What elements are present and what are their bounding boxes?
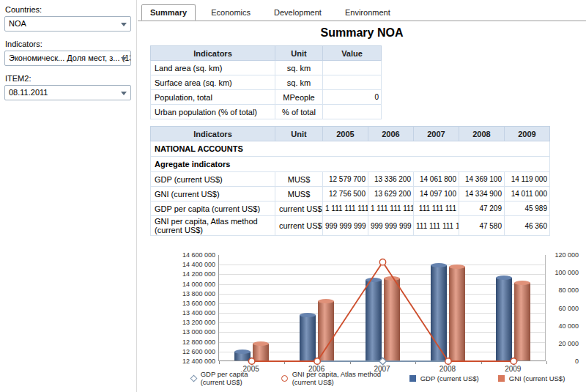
sidebar: Countries: NOA Indicators: Экономическ..… <box>0 0 137 392</box>
value-table: Indicators Unit Value Land area (sq. km)… <box>150 45 382 119</box>
chevron-down-icon <box>121 92 127 95</box>
col-header-2005: 2005 <box>323 127 368 141</box>
value-cell: 14 061 800 <box>414 172 459 187</box>
value-cell: 13 336 200 <box>368 172 414 187</box>
y-axis-label-left: 13 400 000 <box>176 309 215 317</box>
countries-dropdown-value: NOA <box>9 19 26 28</box>
indicator-cell: GDP (current US$) <box>151 172 275 187</box>
unit-cell: current US$ <box>275 216 323 236</box>
y-axis-label-left: 14 600 000 <box>176 251 215 259</box>
countries-label: Countries: <box>5 5 132 14</box>
y-axis-label-left: 13 600 000 <box>176 300 215 307</box>
section-row-agregate-indicators: Agregate indicators <box>151 157 550 172</box>
legend-item-gni: GNI (current US$) <box>498 374 565 382</box>
col-header-indicators: Indicators <box>151 46 275 61</box>
page-title: Summary NOA <box>138 26 586 40</box>
table-row: Urban population (% of total) % of total <box>151 105 382 119</box>
y-axis-label-right: 0 <box>549 358 579 365</box>
legend-item-gdp: GDP (current US$) <box>409 374 479 382</box>
chevron-down-icon <box>121 23 127 26</box>
tab-environment[interactable]: Environment <box>337 5 398 20</box>
y-axis-label-left: 14 000 000 <box>176 281 215 288</box>
unit-cell: MUS$ <box>275 172 323 187</box>
diamond-marker-icon <box>190 374 197 382</box>
value-cell: 47 209 <box>459 201 505 216</box>
x-axis-tick <box>546 361 547 364</box>
value-cell: 14 334 900 <box>459 187 505 201</box>
col-header-value: Value <box>323 46 382 61</box>
square-marker-icon <box>498 375 505 382</box>
table-row: Surface area (sq. km) sq. km <box>151 75 382 90</box>
value-cell: 13 629 200 <box>368 187 414 201</box>
item2-dropdown[interactable]: 08.11.2011 <box>4 85 131 100</box>
value-cell: 14 369 100 <box>459 172 505 187</box>
col-header-2008: 2008 <box>459 127 505 141</box>
chart-lines <box>219 255 546 361</box>
value-cell: 0 <box>323 90 382 105</box>
y-axis-label-left: 13 000 000 <box>176 328 215 336</box>
circle-marker-icon <box>281 375 288 382</box>
table-row: GNI per capita, Atlas method (current US… <box>151 216 550 236</box>
y-axis-label-left: 13 200 000 <box>176 319 215 326</box>
col-header-2009: 2009 <box>505 127 550 141</box>
indicator-cell: Surface area (sq. km) <box>151 75 275 90</box>
x-axis-tick <box>219 361 220 364</box>
legend-item-gdp-per-capita: GDP per capita (current US$) <box>191 370 262 387</box>
value-table-header-row: Indicators Unit Value <box>151 46 382 61</box>
section-row-national-accounts: NATIONAL ACCOUNTS <box>151 141 550 157</box>
y-axis-label-right: 100 000 <box>549 269 579 276</box>
unit-cell: % of total <box>275 105 323 119</box>
y-axis-label-right: 80 000 <box>549 286 579 294</box>
y-axis-label-left: 12 800 000 <box>176 339 215 346</box>
legend-label: GDP (current US$) <box>420 374 479 382</box>
value-cell: 111 111 111 1 <box>414 216 459 236</box>
col-header-indicators: Indicators <box>151 127 275 141</box>
indicator-cell: Urban population (% of total) <box>151 105 275 119</box>
indicators-dropdown[interactable]: Экономическ... Доля мест, з... (1374) <box>4 51 131 66</box>
value-cell: 14 011 000 <box>505 187 550 201</box>
legend-label: GNI per capita, Atlas method (current US… <box>292 370 390 387</box>
value-cell: 45 989 <box>505 201 550 216</box>
countries-dropdown[interactable]: NOA <box>4 16 131 32</box>
col-header-2006: 2006 <box>368 127 414 141</box>
col-header-unit: Unit <box>275 46 323 61</box>
table-row: GDP per capita (current US$) current US$… <box>151 201 550 216</box>
indicator-cell: Land area (sq. km) <box>151 61 275 75</box>
legend-label: GDP per capita (current US$) <box>201 370 262 387</box>
value-cell: 14 119 000 <box>505 172 550 187</box>
chart: 14 600 00014 400 00014 200 00014 000 000… <box>176 251 580 374</box>
table-row: Population, total MPeople 0 <box>151 90 382 105</box>
y-axis-label-right: 60 000 <box>549 305 579 312</box>
table-row: GNI (current US$) MUS$ 12 756 500 13 629… <box>151 187 550 201</box>
value-cell: 12 756 500 <box>323 187 368 201</box>
legend-label: GNI (current US$) <box>509 374 565 382</box>
unit-cell: current US$ <box>275 201 323 216</box>
tab-economics[interactable]: Economics <box>203 5 259 20</box>
y-axis-label-left: 13 800 000 <box>176 290 215 297</box>
item2-dropdown-value: 08.11.2011 <box>9 88 48 97</box>
y-axis-label-right: 120 000 <box>549 251 579 259</box>
value-cell: 1 111 111 111 <box>368 201 414 216</box>
years-table: Indicators Unit 2005 2006 2007 2008 2009… <box>150 126 550 236</box>
unit-cell: sq. km <box>275 61 323 75</box>
value-cell: 47 580 <box>459 216 505 236</box>
y-axis-label-left: 12 600 000 <box>176 348 215 355</box>
tab-development[interactable]: Development <box>266 5 330 20</box>
tab-summary[interactable]: Summary <box>141 4 196 21</box>
section-label: Agregate indicators <box>151 157 550 172</box>
y-axis-label-left: 12 400 000 <box>176 358 215 365</box>
indicator-cell: GNI per capita, Atlas method (current US… <box>151 216 275 236</box>
value-cell: 14 097 100 <box>414 187 459 201</box>
col-header-2007: 2007 <box>414 127 459 141</box>
section-label: NATIONAL ACCOUNTS <box>151 141 550 157</box>
table-row: Land area (sq. km) sq. km <box>151 61 382 75</box>
value-cell <box>323 75 382 90</box>
unit-cell: MPeople <box>275 90 323 105</box>
col-header-unit: Unit <box>275 127 323 141</box>
indicator-cell: GNI (current US$) <box>151 187 275 201</box>
table-row: GDP (current US$) MUS$ 12 579 700 13 336… <box>151 172 550 187</box>
main-content: Summary Economics Development Environmen… <box>138 0 586 392</box>
chart-plot <box>218 255 546 361</box>
indicators-label: Indicators: <box>5 40 132 48</box>
y-axis-label-left: 14 200 000 <box>176 270 215 278</box>
